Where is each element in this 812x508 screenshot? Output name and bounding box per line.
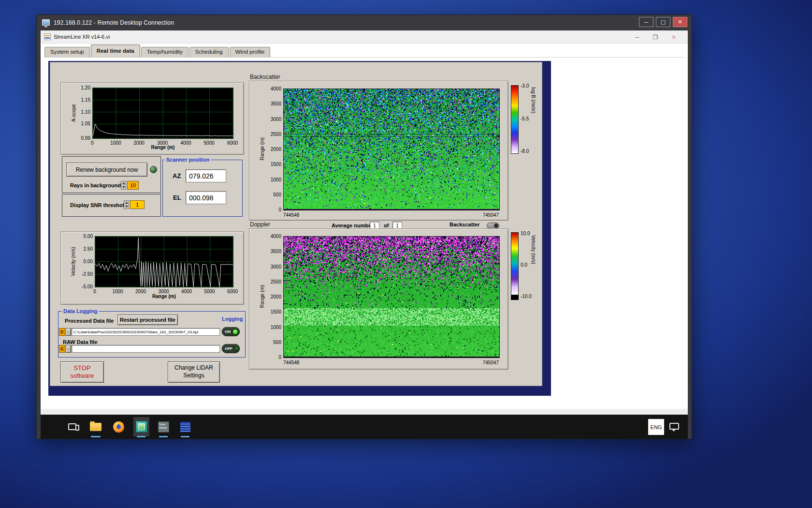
raw-path-field[interactable] [72, 345, 220, 353]
axis-tick-label: 3000 [153, 140, 172, 146]
raw-browse-button[interactable]: ⌂ [66, 345, 71, 353]
tab-scheduling[interactable]: Scheduling [189, 47, 229, 57]
processed-logging-toggle[interactable]: ON [222, 327, 240, 336]
logging-label: Logging [220, 316, 244, 322]
axis-tick-label: 3000 [263, 264, 281, 269]
rdp-window-title: 192.168.0.122 - Remote Desktop Connectio… [54, 19, 174, 26]
az-label: AZ [173, 172, 181, 179]
axis-tick-label: 1.15 [71, 97, 90, 103]
tab-real-time-data[interactable]: Real time data [91, 45, 140, 57]
doppler-title: Doppler [250, 221, 270, 228]
axis-tick-label: 0 [83, 140, 102, 146]
logging-off-led [234, 346, 239, 352]
renew-background-button[interactable]: Renew background now [66, 163, 147, 177]
notification-chat-icon[interactable] [669, 423, 679, 430]
axis-tick-label: 745047 [470, 212, 499, 218]
streamline-app-icon[interactable] [136, 421, 147, 433]
app-minimize-button[interactable]: ─ [628, 30, 646, 44]
app-restore-button[interactable]: ❐ [646, 30, 665, 44]
average-number-label: Average number [332, 223, 373, 228]
raw-drive-button[interactable]: C [59, 345, 65, 353]
doppler-colorbar-end [511, 295, 519, 300]
file-explorer-icon[interactable] [90, 423, 102, 431]
axis-tick-label: 2500 [263, 132, 281, 137]
axis-tick-label: 1500 [263, 309, 281, 314]
axis-tick-label: 2000 [130, 140, 149, 146]
axis-tick-label: -2.50 [73, 271, 93, 277]
axis-tick-label: 1000 [108, 289, 128, 294]
velocity-x-axis-label: Range (m) [95, 294, 233, 299]
snr-spinner[interactable] [124, 200, 129, 209]
backscatter-title: Backscatter [250, 74, 280, 80]
axis-tick-label: 0 [263, 355, 281, 360]
labview-vi-icon [44, 33, 51, 40]
rays-spinner[interactable] [121, 181, 126, 190]
axis-tick-label: 1000 [263, 177, 281, 182]
az-value-field: 079.026 [186, 169, 226, 182]
rdp-close-button[interactable]: ✕ [673, 17, 687, 27]
snr-value[interactable]: 1 [130, 200, 145, 209]
axis-tick-label: 3000 [263, 117, 281, 122]
colorbar-tick: 10.0 [521, 231, 532, 236]
axis-tick-label: 745047 [470, 360, 499, 365]
axis-tick-label: 6000 [223, 289, 242, 294]
tab-wind-profile[interactable]: Wind profile [230, 47, 271, 57]
doppler-colorbar [511, 232, 519, 295]
axis-tick-label: 3000 [154, 289, 174, 294]
stop-line1: STOP [73, 364, 90, 372]
tab-system-setup[interactable]: System setup [44, 47, 90, 57]
task-view-icon[interactable] [68, 423, 76, 430]
doppler-colorbar-ticks: 10.0 0.0 -10.0 [521, 231, 532, 299]
log-viewer-app-icon[interactable] [180, 421, 191, 433]
axis-tick-label: 6000 [223, 140, 242, 146]
change-lidar-settings-button[interactable]: Change LiDAR Settings [168, 361, 220, 383]
axis-tick-label: 1500 [263, 162, 281, 167]
language-indicator[interactable]: ENG [648, 419, 664, 435]
rdp-minimize-button[interactable]: ─ [639, 17, 653, 27]
backscatter-colorbar [511, 85, 519, 154]
rdp-maximize-button[interactable]: ▢ [656, 17, 670, 27]
doppler-colorbar-label: Velocity (m/s) [531, 235, 536, 298]
tab-strip: System setup Real time data Temp/humidit… [44, 45, 270, 57]
tab-temp-humidity[interactable]: Temp/humidity [141, 47, 188, 57]
velocity-plot [95, 236, 233, 287]
stop-software-button[interactable]: STOP software [60, 361, 104, 383]
scanner-position-box [162, 160, 243, 217]
backscatter-colorbar-label: log B (/m/sr) [531, 87, 536, 153]
data-logging-title: Data Logging [62, 308, 99, 314]
axis-tick-label: 4000 [263, 234, 281, 239]
rdp-titlebar[interactable]: 192.168.0.122 - Remote Desktop Connectio… [36, 15, 692, 30]
processed-path-field[interactable]: C:\Lidar\Data\Proc\2023\202309\20230907\… [72, 328, 220, 336]
logging-on-led [232, 329, 238, 335]
processed-data-file-label: Processed Data file [65, 318, 114, 324]
axis-tick-label: 1.10 [71, 109, 90, 115]
change-line1: Change LiDAR [174, 364, 213, 372]
taskbar-underline [159, 436, 168, 437]
axis-tick-label: 3500 [263, 101, 281, 106]
app-close-button[interactable]: ✕ [665, 30, 683, 44]
scanner-position-title: Scanner position [165, 157, 211, 163]
raw-logging-toggle[interactable]: OFF [222, 344, 240, 353]
doppler-graph-panel: Range (m) 400035003000250020001500100050… [249, 228, 508, 370]
axis-tick-label: 1.20 [71, 85, 90, 90]
processed-browse-button[interactable]: ⌂ [66, 328, 71, 336]
el-value-field: 000.098 [186, 191, 226, 204]
axis-tick-label: 5000 [200, 289, 219, 294]
raw-data-file-label: RAW Data file [63, 339, 98, 345]
colorbar-tick: -3.0 [521, 83, 529, 89]
app-titlebar[interactable]: StreamLine XR v14-6.vi ─ ❐ ✕ [41, 30, 688, 44]
rays-value[interactable]: 10 [127, 181, 139, 190]
axis-tick-label: 744548 [283, 360, 312, 365]
backscatter-plot [283, 89, 500, 210]
restart-processed-file-button[interactable]: Restart processed file [117, 314, 178, 325]
taskbar-underline [181, 436, 189, 437]
axis-tick-label: 5.00 [73, 234, 93, 239]
scan-scheduler-app-icon[interactable]: Scan sched [158, 421, 169, 433]
tab-divider [44, 57, 684, 58]
change-line2: Settings [183, 372, 204, 380]
axis-tick-label: 3500 [263, 249, 281, 254]
processed-drive-button[interactable]: C [59, 328, 65, 336]
firefox-icon[interactable] [113, 421, 124, 433]
colorbar-tick: -8.0 [521, 149, 529, 154]
axis-tick-label: 500 [263, 340, 281, 345]
